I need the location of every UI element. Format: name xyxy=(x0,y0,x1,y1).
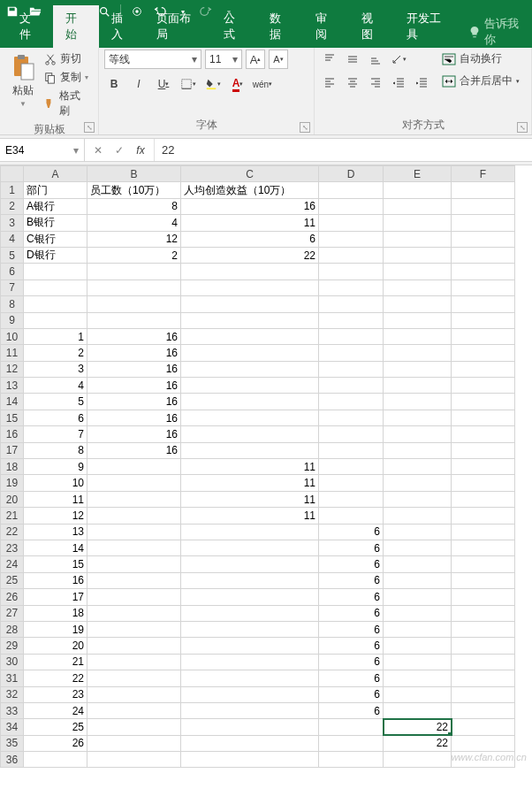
cell-F12[interactable] xyxy=(452,361,515,377)
cell-B4[interactable]: 12 xyxy=(87,231,181,247)
cell-A36[interactable] xyxy=(24,752,87,768)
cell-E31[interactable] xyxy=(384,670,452,686)
cell-A18[interactable]: 9 xyxy=(24,459,87,475)
cell-C5[interactable]: 22 xyxy=(181,247,319,263)
cell-F32[interactable] xyxy=(452,686,515,702)
cell-E5[interactable] xyxy=(384,247,452,263)
row-header-20[interactable]: 20 xyxy=(1,491,24,507)
cell-C35[interactable] xyxy=(181,735,319,751)
row-header-4[interactable]: 4 xyxy=(1,231,24,247)
copy-button[interactable]: 复制▾ xyxy=(41,68,93,87)
cell-C25[interactable] xyxy=(181,572,319,588)
cell-D3[interactable] xyxy=(319,215,384,231)
cell-F5[interactable] xyxy=(452,247,515,263)
cell-B1[interactable]: 员工数（10万） xyxy=(87,182,181,198)
col-header-A[interactable]: A xyxy=(24,166,87,182)
font-size-combo[interactable]: 11▾ xyxy=(205,50,242,69)
cell-C7[interactable] xyxy=(181,279,319,295)
cell-D27[interactable]: 6 xyxy=(319,605,384,621)
row-header-34[interactable]: 34 xyxy=(1,719,24,735)
cell-C3[interactable]: 11 xyxy=(181,215,319,231)
select-all-corner[interactable] xyxy=(1,166,24,182)
row-header-3[interactable]: 3 xyxy=(1,215,24,231)
bold-button[interactable]: B xyxy=(104,74,124,94)
paste-button[interactable]: 粘贴 ▼ xyxy=(5,50,41,120)
cell-A30[interactable]: 21 xyxy=(24,654,87,670)
chevron-down-icon[interactable]: ▾ xyxy=(73,144,79,157)
cell-D8[interactable] xyxy=(319,296,384,312)
row-header-10[interactable]: 10 xyxy=(1,328,24,344)
row-header-16[interactable]: 16 xyxy=(1,426,24,442)
name-box[interactable]: E34 ▾ xyxy=(0,139,85,161)
cell-D32[interactable]: 6 xyxy=(319,686,384,702)
indent-inc-button[interactable] xyxy=(412,73,431,92)
cell-D5[interactable] xyxy=(319,247,384,263)
row-header-9[interactable]: 9 xyxy=(1,312,24,328)
cell-B3[interactable]: 4 xyxy=(87,215,181,231)
cell-B23[interactable] xyxy=(87,540,181,555)
row-header-28[interactable]: 28 xyxy=(1,621,24,637)
cell-F30[interactable] xyxy=(452,654,515,670)
merge-center-button[interactable]: 合并后居中▾ xyxy=(438,72,523,90)
tab-review[interactable]: 审阅 xyxy=(303,5,349,48)
cell-B34[interactable] xyxy=(87,719,181,735)
orientation-button[interactable]: ▾ xyxy=(389,50,408,69)
cell-F31[interactable] xyxy=(452,670,515,686)
cell-B26[interactable] xyxy=(87,589,181,605)
wrap-text-button[interactable]: 自动换行 xyxy=(438,50,523,68)
row-header-32[interactable]: 32 xyxy=(1,686,24,702)
cell-E15[interactable] xyxy=(384,410,452,425)
cell-C29[interactable] xyxy=(181,638,319,654)
cell-C19[interactable]: 11 xyxy=(181,475,319,491)
row-header-29[interactable]: 29 xyxy=(1,638,24,654)
cell-A32[interactable]: 23 xyxy=(24,686,87,702)
cell-C33[interactable] xyxy=(181,702,319,718)
cell-B36[interactable] xyxy=(87,752,181,768)
cell-C18[interactable]: 11 xyxy=(181,459,319,475)
cell-D7[interactable] xyxy=(319,279,384,295)
cell-F21[interactable] xyxy=(452,508,515,524)
cell-B22[interactable] xyxy=(87,524,181,540)
cell-B28[interactable] xyxy=(87,621,181,637)
cell-D21[interactable] xyxy=(319,508,384,524)
cell-A19[interactable]: 10 xyxy=(24,475,87,491)
cell-D4[interactable] xyxy=(319,231,384,247)
cell-B5[interactable]: 2 xyxy=(87,247,181,263)
cell-A3[interactable]: B银行 xyxy=(24,215,87,231)
cell-D28[interactable]: 6 xyxy=(319,621,384,637)
cell-C14[interactable] xyxy=(181,394,319,410)
align-dialog-icon[interactable]: ⤡ xyxy=(517,122,528,133)
cell-F35[interactable] xyxy=(452,735,515,751)
cell-B19[interactable] xyxy=(87,475,181,491)
cell-A4[interactable]: C银行 xyxy=(24,231,87,247)
cell-C8[interactable] xyxy=(181,296,319,312)
cell-F1[interactable] xyxy=(452,182,515,198)
cell-F15[interactable] xyxy=(452,410,515,425)
cell-F6[interactable] xyxy=(452,264,515,279)
cell-B27[interactable] xyxy=(87,605,181,621)
cell-F26[interactable] xyxy=(452,589,515,605)
cell-E33[interactable] xyxy=(384,702,452,718)
cell-D36[interactable] xyxy=(319,752,384,768)
cell-C28[interactable] xyxy=(181,621,319,637)
cell-E1[interactable] xyxy=(384,182,452,198)
cell-A11[interactable]: 2 xyxy=(24,345,87,361)
cell-F8[interactable] xyxy=(452,296,515,312)
row-header-1[interactable]: 1 xyxy=(1,182,24,198)
cell-A35[interactable]: 26 xyxy=(24,735,87,751)
cell-A23[interactable]: 14 xyxy=(24,540,87,555)
cell-B13[interactable]: 16 xyxy=(87,378,181,394)
cell-C27[interactable] xyxy=(181,605,319,621)
cell-A2[interactable]: A银行 xyxy=(24,198,87,214)
cell-C23[interactable] xyxy=(181,540,319,555)
tab-file[interactable]: 文件 xyxy=(7,5,53,48)
cell-D25[interactable]: 6 xyxy=(319,572,384,588)
cell-D13[interactable] xyxy=(319,378,384,394)
cell-B21[interactable] xyxy=(87,508,181,524)
fill-color-button[interactable]: ▾ xyxy=(203,74,223,94)
cell-C32[interactable] xyxy=(181,686,319,702)
cell-F20[interactable] xyxy=(452,491,515,507)
enter-icon[interactable]: ✓ xyxy=(110,142,129,159)
row-header-15[interactable]: 15 xyxy=(1,410,24,425)
cell-B29[interactable] xyxy=(87,638,181,654)
